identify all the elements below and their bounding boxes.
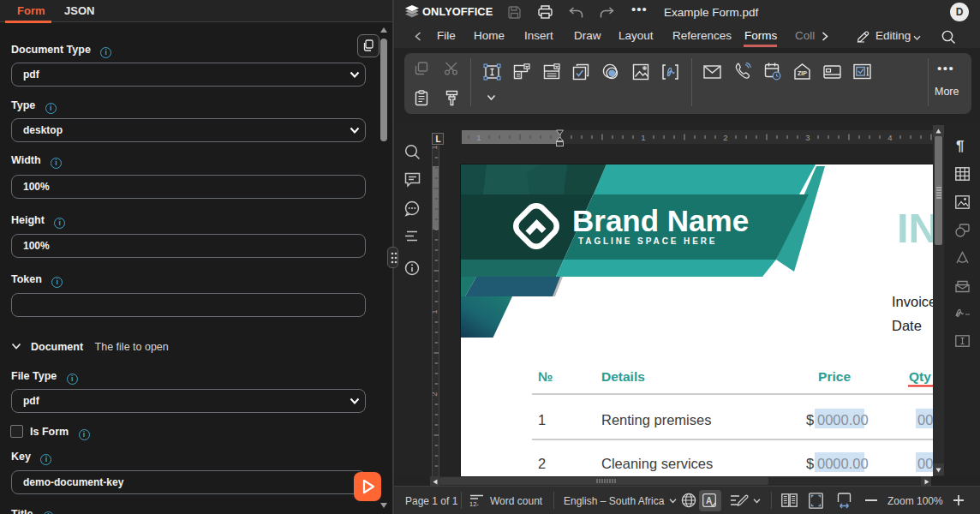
svg-text:1: 1 (476, 133, 481, 142)
svg-text:2: 2 (433, 391, 439, 396)
svg-text:2: 2 (723, 133, 727, 142)
svg-text:Qty: Qty (909, 369, 931, 384)
svg-text:TAGLINE SPACE HERE: TAGLINE SPACE HERE (578, 236, 717, 246)
svg-text:INVOICE: INVOICE (897, 205, 934, 251)
svg-text:$: $ (806, 412, 814, 427)
svg-text:1: 1 (433, 146, 439, 150)
svg-text:4: 4 (887, 133, 892, 142)
svg-text:Cleaning services: Cleaning services (601, 456, 713, 471)
svg-text:№: № (538, 369, 553, 384)
svg-text:000: 000 (917, 456, 934, 471)
svg-text:0000.00: 0000.00 (817, 412, 869, 427)
svg-text:000: 000 (917, 412, 934, 427)
svg-text:Price: Price (818, 369, 851, 384)
svg-text:3: 3 (805, 133, 810, 142)
svg-text:Date: Date (892, 318, 922, 333)
svg-text:Invoice no.: Invoice no. (892, 294, 934, 309)
svg-text:A: A (706, 496, 712, 505)
svg-text:1: 1 (538, 412, 546, 427)
svg-text:ZIP: ZIP (798, 69, 807, 77)
svg-text:Details: Details (601, 369, 645, 384)
svg-text:2: 2 (538, 456, 546, 471)
svg-text:1: 1 (641, 133, 645, 142)
svg-text:1: 1 (433, 309, 439, 314)
svg-text:12-: 12- (469, 500, 479, 507)
svg-text:Brand Name: Brand Name (572, 204, 749, 237)
svg-text:$: $ (806, 456, 814, 471)
svg-text:Renting premises: Renting premises (601, 412, 711, 427)
svg-text:0000.00: 0000.00 (817, 456, 869, 471)
